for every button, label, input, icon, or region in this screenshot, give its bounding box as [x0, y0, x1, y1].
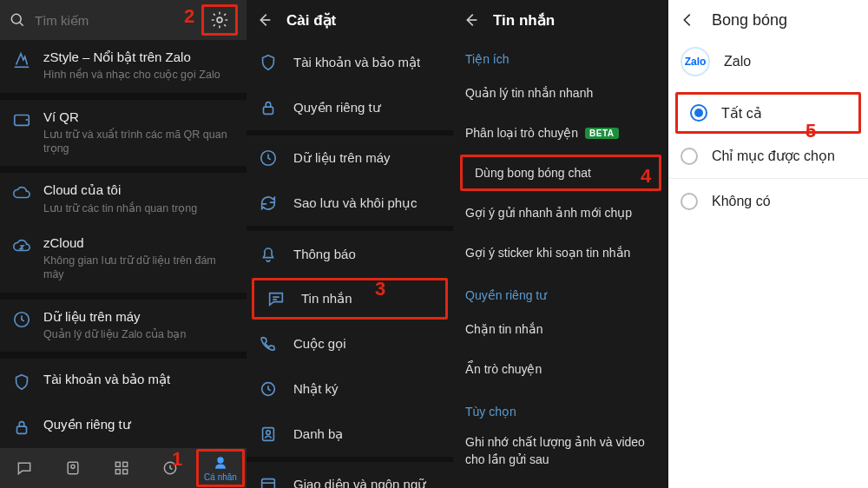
svg-rect-11 [123, 470, 128, 474]
row-chat-bubbles[interactable]: Dùng bong bóng chat [460, 155, 661, 191]
svg-point-7 [71, 465, 75, 468]
zcloud-icon [12, 236, 31, 255]
option-label: Tất cả [721, 105, 762, 122]
data-on-device-item[interactable]: Dữ liệu trên máyQuản lý dữ liệu Zalo của… [0, 300, 247, 353]
wallet-icon [12, 110, 31, 129]
radio-icon [690, 104, 707, 122]
option-label: Không có [712, 194, 771, 209]
row-label: Thông báo [293, 247, 356, 261]
row-privacy[interactable]: Quyền riêng tư [247, 85, 453, 130]
annotation-5: 5 [806, 120, 816, 142]
section-privacy: Quyền riêng tư [453, 273, 668, 309]
option-label: Chỉ mục được chọn [712, 148, 835, 164]
row-label: Quản lý tin nhắn nhanh [465, 86, 593, 100]
row-remember-quality[interactable]: Ghi nhớ chất lượng ảnh và video cho lần … [453, 425, 668, 477]
row-suggest-new-photos[interactable]: Gợi ý gửi nhanh ảnh mới chụp [453, 193, 668, 233]
settings-gear-button[interactable] [201, 4, 238, 36]
bubble-title: Bong bóng [712, 11, 787, 30]
nav-discover[interactable] [99, 448, 144, 488]
row-label: Danh bạ [293, 426, 343, 442]
person-icon [213, 455, 228, 471]
row-label: Ẩn trò chuyện [465, 362, 542, 376]
back-button[interactable] [460, 10, 481, 30]
svg-rect-9 [123, 462, 128, 466]
lock-icon [12, 418, 31, 437]
row-data[interactable]: Dữ liệu trên máy [247, 135, 453, 181]
item-sub: Lưu trữ và xuất trình các mã QR quan trọ… [43, 128, 234, 156]
item-title: zCloud [43, 234, 234, 252]
row-account-security[interactable]: Tài khoản và bảo mật [247, 40, 453, 85]
shield-icon [12, 373, 31, 392]
row-label: Phân loại trò chuyện [465, 126, 578, 140]
chevron-left-icon [678, 10, 697, 30]
row-quick-messages[interactable]: Quản lý tin nhắn nhanh [453, 73, 668, 113]
nav-contacts[interactable] [50, 448, 95, 488]
zstyle-item[interactable]: zStyle – Nổi bật trên ZaloHình nền và nh… [0, 40, 247, 93]
settings-title: Cài đặt [286, 11, 336, 30]
row-notifications[interactable]: Thông báo [247, 231, 453, 276]
option-all[interactable]: Tất cả [675, 92, 861, 134]
messages-title: Tin nhắn [493, 11, 555, 30]
annotation-2: 2 [184, 5, 194, 28]
shield-icon [259, 53, 278, 72]
data-icon [12, 310, 31, 329]
option-selected-only[interactable]: Chỉ mục được chọn [668, 134, 868, 179]
zcloud-item[interactable]: zCloudKhông gian lưu trữ dữ liệu trên đá… [0, 226, 247, 293]
svg-rect-10 [115, 470, 120, 474]
row-diary[interactable]: Nhật ký [247, 366, 453, 412]
account-security-item[interactable]: Tài khoản và bảo mật [0, 359, 247, 404]
row-backup[interactable]: Sao lưu và khôi phục [247, 181, 453, 226]
search-input[interactable] [35, 13, 201, 28]
privacy-item[interactable]: Quyền riêng tư [0, 404, 247, 446]
contact-icon [64, 459, 82, 477]
sync-icon [259, 194, 278, 213]
row-contacts[interactable]: Danh bạ [247, 412, 453, 457]
nav-timeline[interactable] [148, 448, 193, 488]
row-label: Tin nhắn [301, 291, 352, 307]
item-sub: Không gian lưu trữ dữ liệu trên đám mây [43, 254, 234, 282]
row-label: Gợi ý sticker khi soạn tin nhắn [465, 246, 630, 260]
item-sub: Hình nền và nhạc cho cuộc gọi Zalo [43, 68, 234, 82]
clock-icon [259, 379, 278, 399]
svg-rect-8 [115, 462, 120, 466]
radio-icon [681, 193, 698, 210]
message-icon [16, 459, 33, 477]
row-suggest-sticker[interactable]: Gợi ý sticker khi soạn tin nhắn [453, 233, 668, 273]
row-messages[interactable]: Tin nhắn [252, 278, 448, 320]
row-label: Gợi ý gửi nhanh ảnh mới chụp [465, 206, 632, 220]
gear-icon [210, 10, 229, 30]
app-name: Zalo [724, 54, 751, 69]
row-ui-language[interactable]: Giao diện và ngôn ngữ [247, 462, 453, 488]
row-label: Cuộc gọi [293, 336, 346, 352]
my-cloud-item[interactable]: Cloud của tôiLưu trữ các tin nhắn quan t… [0, 173, 247, 226]
bottom-nav: Cá nhân [0, 448, 247, 488]
apps-icon [113, 459, 130, 477]
item-sub: Quản lý dữ liệu Zalo của bạn [43, 327, 234, 341]
zalo-app-icon: Zalo [681, 47, 710, 76]
lock-icon [259, 98, 278, 117]
zstyle-icon [12, 50, 31, 69]
row-hide-chats[interactable]: Ẩn trò chuyện [453, 349, 668, 389]
nav-messages[interactable] [2, 448, 47, 488]
cloud-icon [12, 183, 31, 202]
item-title: Tài khoản và bảo mật [43, 371, 234, 388]
back-button[interactable] [253, 10, 274, 30]
section-utilities: Tiện ích [453, 40, 668, 73]
row-block-messages[interactable]: Chặn tin nhắn [453, 309, 668, 349]
row-calls[interactable]: Cuộc gọi [247, 321, 453, 366]
row-label: Giao diện và ngôn ngữ [293, 477, 426, 488]
qr-wallet-item[interactable]: Ví QRLưu trữ và xuất trình các mã QR qua… [0, 100, 247, 167]
back-button[interactable] [672, 10, 703, 30]
phone-icon [259, 334, 278, 353]
option-none[interactable]: Không có [668, 179, 868, 224]
nav-personal-label: Cá nhân [204, 472, 237, 482]
app-row: Zalo Zalo [668, 40, 868, 92]
item-title: Ví QR [43, 109, 234, 126]
item-title: Cloud của tôi [43, 181, 234, 199]
svg-point-13 [218, 458, 223, 463]
row-classify-chats[interactable]: Phân loại trò chuyện BETA [453, 113, 668, 153]
row-label: Chặn tin nhắn [465, 322, 543, 336]
bell-icon [259, 244, 278, 263]
annotation-3: 3 [375, 278, 385, 300]
nav-personal[interactable]: Cá nhân [196, 449, 245, 487]
